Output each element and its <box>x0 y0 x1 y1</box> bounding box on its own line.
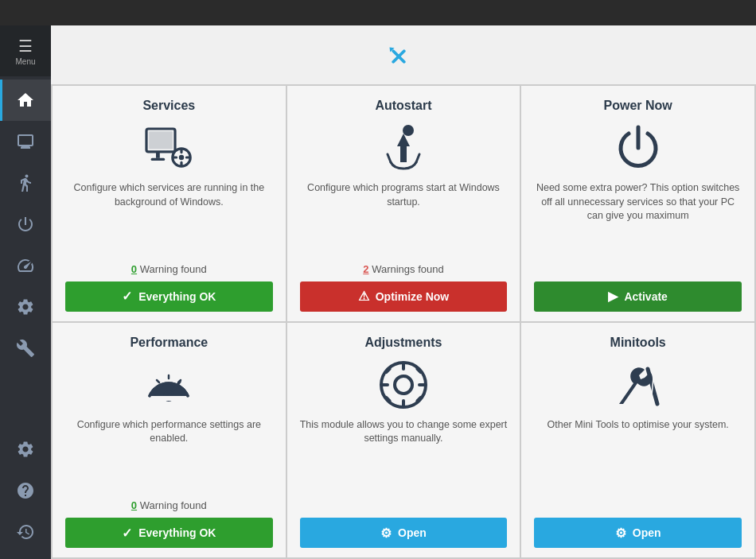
card-icon-adjustments <box>378 359 429 410</box>
card-warning-services: 0 Warning found <box>131 263 207 275</box>
runner-icon <box>16 173 35 192</box>
warning-count-performance: 0 <box>131 499 137 511</box>
help-icon <box>16 481 35 500</box>
card-button-performance[interactable]: ✓Everything OK <box>65 518 273 548</box>
settings2-icon <box>16 440 35 459</box>
hamburger-icon: ☰ <box>18 37 33 56</box>
card-icon-autostart <box>378 122 429 173</box>
dashboard-grid: Services Configure which services are ru… <box>51 84 756 559</box>
home-icon <box>16 91 35 110</box>
svg-rect-30 <box>381 383 389 386</box>
svg-rect-10 <box>181 161 183 166</box>
card-adjustments: Adjustments This module allows you to ch… <box>287 323 520 558</box>
svg-line-16 <box>416 154 419 162</box>
header-inner <box>51 40 756 76</box>
svg-rect-31 <box>418 383 426 386</box>
close-button[interactable] <box>737 10 750 16</box>
sidebar-item-home[interactable] <box>0 80 51 121</box>
gear-btn-icon: ⚙ <box>615 526 626 541</box>
card-description-power-now: Need some extra power? This option switc… <box>534 181 742 253</box>
history-icon <box>16 522 35 542</box>
svg-point-14 <box>403 125 414 136</box>
sidebar-item-history[interactable] <box>0 511 51 553</box>
card-warning-autostart: 2 Warnings found <box>363 263 443 275</box>
card-power-now: Power Now Need some extra power? This op… <box>521 86 754 321</box>
speed-icon <box>16 256 35 275</box>
card-icon-minitools <box>613 359 664 410</box>
card-performance: Performance Configure which performance … <box>53 323 286 558</box>
card-warning-performance: 0 Warning found <box>131 499 207 511</box>
app-logo-icon <box>382 40 415 76</box>
svg-rect-29 <box>402 399 405 407</box>
minimize-button[interactable] <box>724 10 737 16</box>
sidebar-item-settings2[interactable] <box>0 429 51 470</box>
svg-rect-28 <box>402 363 405 371</box>
card-minitools: Minitools Other Mini Tools to optimise y… <box>521 323 754 558</box>
svg-line-15 <box>388 154 391 162</box>
header <box>51 25 756 84</box>
card-title-minitools: Minitools <box>610 336 666 350</box>
card-description-performance: Configure which performance settings are… <box>65 418 273 494</box>
card-services: Services Configure which services are ru… <box>53 86 286 321</box>
card-button-minitools[interactable]: ⚙Open <box>534 518 742 548</box>
warning-count-autostart: 2 <box>363 263 368 275</box>
sidebar-item-runner[interactable] <box>0 162 51 204</box>
svg-rect-9 <box>181 149 183 153</box>
svg-rect-11 <box>173 156 177 158</box>
sidebar-item-speed[interactable] <box>0 245 51 286</box>
card-title-power-now: Power Now <box>604 99 672 113</box>
card-title-adjustments: Adjustments <box>365 336 442 350</box>
sidebar-item-help[interactable] <box>0 470 51 511</box>
sidebar: ☰ Menu <box>0 25 51 559</box>
card-description-services: Configure which services are running in … <box>65 181 273 257</box>
warning-count-services: 0 <box>131 263 137 275</box>
title-bar <box>0 0 756 25</box>
sidebar-item-settings[interactable] <box>0 286 51 328</box>
card-icon-performance <box>143 359 194 410</box>
card-title-autostart: Autostart <box>375 99 431 113</box>
sidebar-item-power[interactable] <box>0 204 51 245</box>
card-title-performance: Performance <box>130 336 208 350</box>
card-button-power-now[interactable]: ▶Activate <box>534 281 742 312</box>
card-description-adjustments: This module allows you to change some ex… <box>300 418 508 490</box>
card-autostart: Autostart Configure which programs start… <box>287 86 520 321</box>
computer-icon <box>16 132 35 151</box>
checkmark-icon: ✓ <box>122 289 132 304</box>
svg-rect-5 <box>156 152 160 158</box>
warning-triangle-icon: ⚠ <box>358 289 369 304</box>
tools-icon <box>16 339 35 358</box>
play-icon: ▶ <box>608 289 618 304</box>
sidebar-item-tools[interactable] <box>0 328 51 369</box>
power-icon <box>16 215 35 234</box>
card-description-autostart: Configure which programs start at Window… <box>300 181 508 257</box>
app-wrapper: ☰ Menu <box>0 25 756 559</box>
sidebar-menu-button[interactable]: ☰ Menu <box>0 25 51 76</box>
card-icon-power-now <box>613 122 664 173</box>
menu-label: Menu <box>15 57 35 66</box>
sidebar-item-computer[interactable] <box>0 121 51 162</box>
svg-rect-12 <box>185 156 190 158</box>
card-button-adjustments[interactable]: ⚙Open <box>300 518 508 548</box>
card-title-services: Services <box>142 99 195 113</box>
card-button-services[interactable]: ✓Everything OK <box>65 281 273 312</box>
card-button-autostart[interactable]: ⚠Optimize Now <box>300 281 508 312</box>
content-area: Services Configure which services are ru… <box>51 25 756 559</box>
gear-btn-icon: ⚙ <box>380 526 392 541</box>
card-description-minitools: Other Mini Tools to optimise your system… <box>547 418 728 490</box>
card-icon-services <box>143 122 194 173</box>
checkmark-icon: ✓ <box>122 526 132 541</box>
svg-line-22 <box>157 380 159 382</box>
svg-rect-6 <box>151 158 166 161</box>
svg-point-27 <box>395 376 412 394</box>
svg-point-13 <box>179 155 184 160</box>
svg-rect-25 <box>148 396 189 401</box>
gear-icon <box>16 297 35 316</box>
